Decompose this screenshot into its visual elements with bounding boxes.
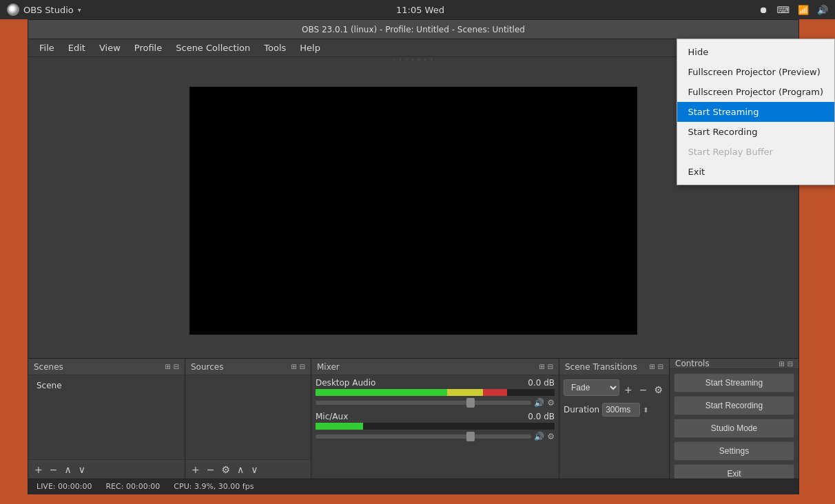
- transitions-panel-title: Scene Transitions: [565, 362, 637, 372]
- start-streaming-button[interactable]: Start Streaming: [674, 373, 794, 392]
- scenes-toolbar: + − ∧ ∨: [28, 459, 185, 479]
- bottom-panels: Scenes ⊞ ⊟ Scene + − ∧ ∨: [28, 358, 798, 479]
- mic-aux-label: Mic/Aux: [316, 412, 348, 421]
- system-bar-title: OBS Studio: [23, 5, 74, 15]
- scenes-panel: Scenes ⊞ ⊟ Scene + − ∧ ∨: [28, 359, 185, 479]
- obs-logo-icon: [7, 3, 19, 16]
- studio-mode-button[interactable]: Studio Mode: [674, 419, 794, 438]
- scenes-panel-title: Scenes: [34, 362, 63, 372]
- sources-panel-title: Sources: [191, 362, 223, 372]
- mixer-channel-desktop: Desktop Audio 0.0 dB: [316, 378, 555, 408]
- menu-profile[interactable]: Profile: [129, 41, 167, 54]
- mic-aux-fader[interactable]: [316, 434, 531, 439]
- menu-view[interactable]: View: [94, 41, 126, 54]
- duration-input[interactable]: [602, 403, 640, 417]
- menu-tools[interactable]: Tools: [258, 41, 291, 54]
- scenes-add-button[interactable]: +: [32, 464, 45, 475]
- recording-indicator-icon: ⏺: [759, 5, 768, 15]
- controls-expand-icon[interactable]: ⊞: [779, 360, 784, 368]
- system-bar-right: ⏺ ⌨ 📶 🔊: [759, 5, 828, 15]
- desktop-audio-db: 0.0 dB: [528, 378, 555, 388]
- system-clock: 11:05 Wed: [396, 5, 444, 15]
- sources-remove-button[interactable]: −: [205, 464, 217, 475]
- status-bar: LIVE: 00:00:00 REC: 00:00:00 CPU: 3.9%, …: [28, 479, 798, 494]
- transitions-content: Fade Cut Swipe + − ⚙ Duration ⬍: [559, 375, 669, 421]
- menu-help[interactable]: Help: [294, 41, 326, 54]
- start-recording-button[interactable]: Start Recording: [674, 396, 794, 415]
- scenes-move-up-button[interactable]: ∧: [62, 464, 73, 475]
- scenes-move-down-button[interactable]: ∨: [76, 464, 87, 475]
- menu-file[interactable]: File: [34, 41, 60, 54]
- duration-row: Duration ⬍: [564, 403, 665, 417]
- scenes-settings-icon[interactable]: ⊟: [174, 363, 179, 370]
- controls-content: Start Streaming Start Recording Studio M…: [670, 369, 798, 487]
- mixer-panel-header: Mixer ⊞ ⊟: [311, 359, 559, 375]
- sources-move-down-button[interactable]: ∨: [249, 464, 260, 475]
- scenes-content: Scene: [28, 375, 185, 459]
- scenes-expand-icon[interactable]: ⊞: [165, 363, 170, 370]
- mixer-expand-icon[interactable]: ⊞: [539, 363, 544, 370]
- window-title: OBS 23.0.1 (linux) - Profile: Untitled -…: [302, 25, 525, 34]
- scenes-remove-button[interactable]: −: [48, 464, 60, 475]
- sources-panel: Sources ⊞ ⊟ + − ⚙ ∧ ∨: [185, 359, 311, 479]
- desktop-audio-fader[interactable]: [316, 401, 531, 405]
- desktop-audio-label: Desktop Audio: [316, 378, 375, 388]
- menu-scene-collection[interactable]: Scene Collection: [170, 41, 256, 54]
- system-bar-dropdown-icon[interactable]: ▾: [78, 6, 81, 14]
- controls-settings-icon[interactable]: ⊟: [787, 360, 793, 368]
- controls-panel-header: Controls ⊞ ⊟: [670, 359, 798, 369]
- title-bar: OBS 23.0.1 (linux) - Profile: Untitled -…: [28, 20, 798, 39]
- desktop-audio-mute-icon[interactable]: 🔊: [534, 398, 544, 408]
- transitions-panel-header: Scene Transitions ⊞ ⊟: [559, 359, 669, 375]
- sources-settings-icon[interactable]: ⊟: [300, 363, 305, 370]
- transitions-expand-icon[interactable]: ⊞: [649, 363, 654, 370]
- menu-fullscreen-program[interactable]: Fullscreen Projector (Program): [677, 82, 834, 102]
- sources-content: [185, 375, 311, 459]
- live-status: LIVE: 00:00:00: [37, 482, 92, 491]
- volume-icon: 🔊: [817, 5, 828, 15]
- sources-add-button[interactable]: +: [189, 464, 202, 475]
- duration-spinner-icon[interactable]: ⬍: [643, 406, 648, 414]
- menu-start-replay-buffer: Start Replay Buffer: [677, 142, 834, 162]
- transitions-add-button[interactable]: +: [622, 384, 635, 395]
- menu-start-recording[interactable]: Start Recording: [677, 122, 834, 142]
- rec-status: REC: 00:00:00: [105, 482, 160, 491]
- sources-settings-button[interactable]: ⚙: [219, 464, 232, 475]
- transitions-remove-button[interactable]: −: [637, 384, 650, 395]
- transitions-gear-button[interactable]: ⚙: [652, 384, 665, 395]
- desktop-audio-meter: [316, 389, 555, 396]
- preview-canvas: [189, 87, 637, 335]
- transition-type-select[interactable]: Fade Cut Swipe: [564, 379, 619, 396]
- mixer-settings-icon[interactable]: ⊟: [548, 363, 553, 370]
- sources-toolbar: + − ⚙ ∧ ∨: [185, 459, 311, 479]
- wifi-icon: 📶: [798, 5, 809, 15]
- duration-label: Duration: [564, 405, 599, 414]
- transitions-panel: Scene Transitions ⊞ ⊟ Fade Cut Swipe +: [559, 359, 670, 479]
- system-bar-left: OBS Studio ▾: [7, 3, 81, 16]
- mixer-content: Desktop Audio 0.0 dB: [311, 375, 559, 479]
- mixer-panel-title: Mixer: [317, 362, 340, 372]
- menu-fullscreen-preview[interactable]: Fullscreen Projector (Preview): [677, 62, 834, 82]
- mic-aux-meter: [316, 423, 555, 430]
- mic-aux-db: 0.0 dB: [528, 412, 555, 421]
- controls-panel-title: Controls: [675, 359, 710, 368]
- cpu-status: CPU: 3.9%, 30.00 fps: [174, 482, 254, 491]
- scene-item[interactable]: Scene: [31, 378, 182, 393]
- mic-aux-mute-icon[interactable]: 🔊: [534, 432, 544, 441]
- settings-button[interactable]: Settings: [674, 441, 794, 461]
- tray-context-menu: Hide Fullscreen Projector (Preview) Full…: [677, 39, 835, 185]
- menu-hide[interactable]: Hide: [677, 42, 834, 62]
- desktop-audio-settings-icon[interactable]: ⚙: [547, 398, 555, 408]
- sources-expand-icon[interactable]: ⊞: [291, 363, 296, 370]
- menu-start-streaming[interactable]: Start Streaming: [677, 102, 834, 122]
- sources-panel-header: Sources ⊞ ⊟: [185, 359, 311, 375]
- mic-aux-settings-icon[interactable]: ⚙: [547, 432, 555, 441]
- menu-exit[interactable]: Exit: [677, 162, 834, 182]
- transitions-settings-icon[interactable]: ⊟: [658, 363, 663, 370]
- keyboard-icon: ⌨: [776, 5, 790, 15]
- sources-move-up-button[interactable]: ∧: [235, 464, 246, 475]
- menu-edit[interactable]: Edit: [63, 41, 91, 54]
- transitions-toolbar: Fade Cut Swipe + − ⚙: [564, 379, 665, 400]
- mixer-channel-mic: Mic/Aux 0.0 dB: [316, 412, 555, 441]
- scenes-panel-header: Scenes ⊞ ⊟: [28, 359, 185, 375]
